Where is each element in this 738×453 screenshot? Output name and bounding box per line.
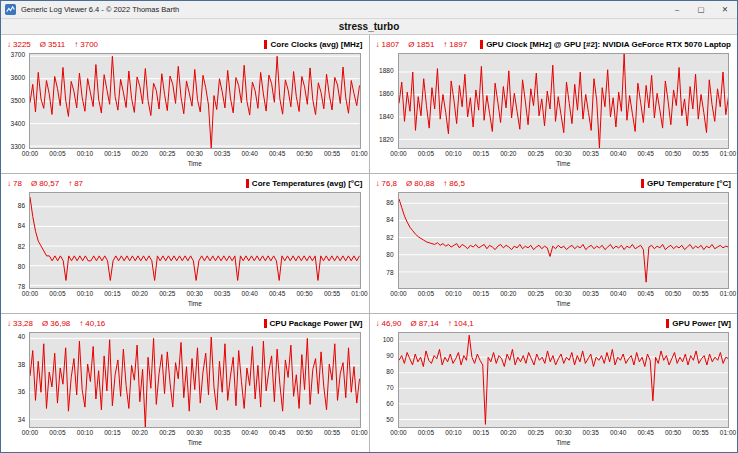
avg-symbol-icon: Ø — [31, 179, 37, 188]
x-tick-label: 00:35 — [214, 151, 230, 158]
chart-canvas — [399, 193, 729, 287]
chart-body: 1820184018601880 — [372, 53, 730, 149]
y-tick-label: 1880 — [379, 68, 393, 75]
x-tick-label: 00:55 — [324, 151, 340, 158]
avg-symbol-icon: Ø — [411, 319, 417, 328]
stat-avg: 87,14 — [419, 319, 439, 328]
stat-min: 3225 — [13, 40, 31, 49]
x-tick-label: 00:05 — [418, 291, 434, 298]
x-tick-label: 00:50 — [665, 151, 681, 158]
chart-title: GPU Temperature [°C] — [647, 179, 731, 188]
x-tick-label: 00:45 — [637, 430, 653, 437]
y-tick-label: 3400 — [11, 121, 25, 128]
stat-min: 33,28 — [13, 319, 33, 328]
x-tick-label: 00:50 — [296, 151, 312, 158]
panel-header: ↓33,28 Ø36,98 ↑40,16 CPU Package Power [… — [1, 314, 369, 330]
chart-panel-gpu-temp: ↓76,8 Ø80,88 ↑86,5 GPU Temperature [°C] … — [370, 174, 738, 312]
x-tick-label: 00:15 — [473, 291, 489, 298]
x-tick-label: 00:20 — [500, 430, 516, 437]
app-window: Generic Log Viewer 6.4 - © 2022 Thomas B… — [0, 0, 738, 453]
y-tick-label: 40 — [18, 334, 25, 341]
x-tick-label: 00:40 — [610, 151, 626, 158]
x-tick-label: 00:00 — [22, 291, 38, 298]
x-tick-label: 00:20 — [132, 151, 148, 158]
y-tick-label: 84 — [386, 217, 393, 224]
legend-bar-icon — [666, 319, 669, 328]
x-axis-labels: 00:0000:0500:1000:1500:2000:2500:3000:35… — [30, 151, 360, 159]
y-axis-labels: 7880828486 — [3, 192, 29, 288]
x-tick-label: 00:45 — [269, 430, 285, 437]
x-tick-label: 00:30 — [187, 430, 203, 437]
x-tick-label: 00:05 — [418, 151, 434, 158]
x-axis-title: Time — [30, 161, 360, 170]
avg-symbol-icon: Ø — [42, 319, 48, 328]
x-tick-label: 00:40 — [242, 151, 258, 158]
chart-body: 5060708090100 — [372, 332, 730, 428]
x-tick-label: 00:00 — [390, 291, 406, 298]
x-tick-label: 00:10 — [77, 151, 93, 158]
stat-avg: 1851 — [417, 40, 435, 49]
chart-body: 34363840 — [3, 332, 361, 428]
plot-area[interactable] — [29, 332, 361, 428]
minimize-button[interactable]: – — [665, 1, 689, 18]
x-tick-label: 00:45 — [637, 291, 653, 298]
x-tick-label: 00:35 — [583, 430, 599, 437]
x-tick-label: 00:05 — [49, 430, 65, 437]
maximize-button[interactable]: ▢ — [689, 1, 713, 18]
avg-symbol-icon: Ø — [40, 40, 46, 49]
chart-title-wrap: GPU Temperature [°C] — [641, 179, 731, 188]
y-tick-label: 78 — [386, 270, 393, 277]
x-axis-labels: 00:0000:0500:1000:1500:2000:2500:3000:35… — [399, 291, 729, 299]
data-series-line — [30, 337, 360, 427]
x-tick-label: 00:40 — [242, 430, 258, 437]
y-tick-label: 86 — [18, 203, 25, 210]
chart-title-wrap: Core Temperatures (avg) [°C] — [246, 179, 363, 188]
y-axis-labels: 1820184018601880 — [372, 53, 398, 149]
chart-title: GPU Power [W] — [672, 319, 731, 328]
plot-area[interactable] — [29, 192, 361, 288]
chart-canvas — [30, 54, 360, 148]
chart-stats: ↓3225 Ø3511 ↑3700 — [7, 40, 98, 49]
plot-area[interactable] — [29, 53, 361, 149]
chart-stats: ↓46,90 Ø87,14 ↑104,1 — [376, 319, 474, 328]
x-tick-label: 00:40 — [610, 430, 626, 437]
x-tick-label: 00:30 — [187, 291, 203, 298]
stat-avg: 80,57 — [39, 179, 59, 188]
y-tick-label: 1840 — [379, 114, 393, 121]
x-tick-label: 01:00 — [720, 430, 736, 437]
x-tick-label: 00:15 — [473, 430, 489, 437]
x-tick-label: 00:25 — [159, 151, 175, 158]
x-tick-label: 00:15 — [473, 151, 489, 158]
x-axis-title: Time — [30, 301, 360, 310]
x-tick-label: 00:40 — [242, 291, 258, 298]
y-tick-label: 1820 — [379, 137, 393, 144]
plot-area[interactable] — [398, 192, 730, 288]
x-tick-label: 00:05 — [49, 291, 65, 298]
close-button[interactable]: ✕ — [713, 1, 737, 18]
plot-area[interactable] — [398, 332, 730, 428]
x-axis-title: Time — [399, 301, 729, 310]
x-tick-label: 00:10 — [445, 151, 461, 158]
chart-stats: ↓78 Ø80,57 ↑87 — [7, 179, 83, 188]
data-series-line — [30, 56, 360, 148]
data-series-line — [399, 199, 729, 282]
x-tick-label: 00:20 — [132, 430, 148, 437]
x-tick-label: 00:40 — [610, 291, 626, 298]
chart-panel-core-clocks: ↓3225 Ø3511 ↑3700 Core Clocks (avg) [MHz… — [1, 35, 369, 173]
x-tick-label: 00:30 — [555, 151, 571, 158]
document-header: stress_turbo — [1, 19, 737, 35]
stat-max: 3700 — [80, 40, 98, 49]
x-tick-label: 00:50 — [296, 430, 312, 437]
x-tick-label: 00:10 — [77, 430, 93, 437]
chart-stats: ↓1807 Ø1851 ↑1897 — [376, 40, 468, 49]
x-tick-label: 01:00 — [720, 151, 736, 158]
avg-symbol-icon: Ø — [406, 179, 412, 188]
y-axis-labels: 5060708090100 — [372, 332, 398, 428]
x-axis-labels: 00:0000:0500:1000:1500:2000:2500:3000:35… — [30, 291, 360, 299]
chart-panel-gpu-clock: ↓1807 Ø1851 ↑1897 GPU Clock [MHz] @ GPU … — [370, 35, 738, 173]
y-tick-label: 100 — [383, 337, 394, 344]
plot-area[interactable] — [398, 53, 730, 149]
stat-min: 46,90 — [382, 319, 402, 328]
y-tick-label: 84 — [18, 223, 25, 230]
x-axis-title: Time — [399, 440, 729, 449]
